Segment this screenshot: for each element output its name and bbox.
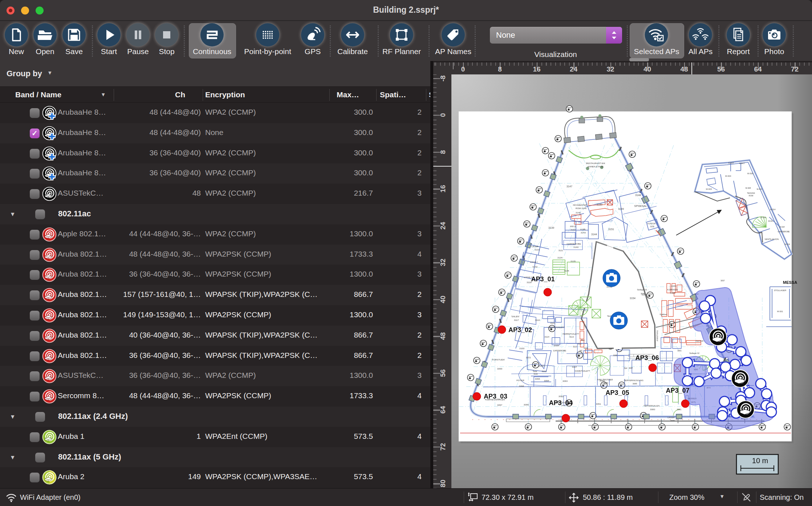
svg-text:TEATERSALEN: TEATERSALEN bbox=[643, 404, 659, 407]
svg-text:Stollager 02: Stollager 02 bbox=[689, 352, 699, 354]
svg-text:3049: 3049 bbox=[641, 293, 645, 295]
svg-text:10 m: 10 m bbox=[752, 457, 768, 465]
svg-text:GARDEROBE: GARDEROBE bbox=[567, 242, 581, 245]
svg-text:3111: 3111 bbox=[578, 343, 582, 345]
svg-text:DAMETOALETT: DAMETOALETT bbox=[575, 370, 590, 372]
svg-text:AP3_03: AP3_03 bbox=[484, 393, 507, 400]
svg-text:3144: 3144 bbox=[591, 233, 597, 236]
svg-text:ANRETNING: ANRETNING bbox=[656, 330, 658, 342]
svg-text:3100: 3100 bbox=[519, 347, 524, 350]
svg-text:3110: 3110 bbox=[573, 346, 577, 348]
svg-text:MESSA: MESSA bbox=[783, 280, 797, 285]
svg-text:Tavle: Tavle bbox=[533, 370, 537, 372]
svg-text:3057: 3057 bbox=[720, 279, 725, 282]
svg-text:VENTILASJON: VENTILASJON bbox=[765, 238, 779, 240]
svg-text:AP3_02: AP3_02 bbox=[508, 326, 532, 334]
svg-text:3088: 3088 bbox=[613, 354, 617, 356]
svg-text:'FORSTUEN': 'FORSTUEN' bbox=[492, 358, 505, 361]
svg-text:AP3_05: AP3_05 bbox=[605, 389, 629, 396]
svg-text:ROM 3146: ROM 3146 bbox=[576, 207, 586, 209]
svg-text:M-308: M-308 bbox=[746, 187, 751, 189]
svg-text:RESTAURANT EIK: RESTAURANT EIK bbox=[586, 162, 605, 164]
svg-text:3080: 3080 bbox=[670, 420, 675, 422]
svg-text:3155: 3155 bbox=[650, 225, 654, 228]
svg-text:3121: 3121 bbox=[559, 249, 563, 252]
svg-text:DUSJ: DUSJ bbox=[768, 220, 773, 222]
svg-text:M-303: M-303 bbox=[706, 188, 712, 190]
svg-text:3081: 3081 bbox=[677, 408, 682, 411]
svg-text:M-310: M-310 bbox=[757, 188, 762, 190]
svg-text:3095: 3095 bbox=[535, 378, 540, 380]
svg-text:KONTOR: KONTOR bbox=[647, 223, 655, 225]
svg-text:HOVMESTER: HOVMESTER bbox=[573, 204, 587, 206]
svg-text:3139: 3139 bbox=[548, 226, 554, 229]
svg-text:3105: 3105 bbox=[554, 344, 559, 347]
svg-text:Oppvask: Oppvask bbox=[695, 340, 704, 342]
svg-text:3148: 3148 bbox=[635, 193, 641, 197]
svg-text:AP3_06: AP3_06 bbox=[635, 354, 659, 362]
svg-text:Kjel: Kjel bbox=[624, 367, 628, 369]
svg-text:M-309: M-309 bbox=[747, 172, 753, 175]
svg-text:LAGER: LAGER bbox=[667, 416, 674, 419]
svg-text:3116: 3116 bbox=[535, 319, 540, 321]
svg-text:3112: 3112 bbox=[581, 339, 585, 341]
svg-text:3117: 3117 bbox=[514, 319, 519, 321]
svg-text:ROM: ROM bbox=[749, 195, 753, 197]
svg-text:SJAKT: SJAKT bbox=[728, 162, 734, 164]
svg-text:3143: 3143 bbox=[581, 231, 586, 234]
svg-text:3102: 3102 bbox=[533, 373, 538, 375]
svg-text:TEKNISK: TEKNISK bbox=[747, 192, 755, 194]
svg-text:'SALEN': 'SALEN' bbox=[511, 315, 520, 318]
svg-text:HERRETOALETT: HERRETOALETT bbox=[548, 326, 565, 329]
svg-text:3083: 3083 bbox=[650, 408, 655, 411]
svg-text:M-318: M-318 bbox=[779, 226, 785, 228]
svg-text:SJAKT: SJAKT bbox=[539, 365, 545, 367]
svg-text:3096: 3096 bbox=[524, 403, 529, 406]
svg-text:3103: 3103 bbox=[542, 370, 547, 372]
svg-text:3132: 3132 bbox=[532, 265, 537, 268]
svg-text:SPISESAL: SPISESAL bbox=[634, 204, 647, 208]
svg-text:SERVERINGSGANG: SERVERINGSGANG bbox=[624, 379, 643, 381]
svg-text:3098: 3098 bbox=[519, 385, 524, 387]
svg-text:3151: 3151 bbox=[608, 228, 614, 231]
svg-text:3140: 3140 bbox=[573, 246, 578, 248]
svg-text:3150: 3150 bbox=[597, 203, 602, 206]
svg-text:3097: 3097 bbox=[497, 404, 502, 406]
svg-text:M-313: M-313 bbox=[761, 216, 766, 219]
svg-text:AP3_01: AP3_01 bbox=[531, 276, 555, 283]
svg-text:M-319: M-319 bbox=[785, 243, 790, 245]
svg-text:3145: 3145 bbox=[576, 211, 581, 214]
svg-text:3108: 3108 bbox=[584, 347, 588, 349]
svg-text:FIRE ÅRSTIDER: FIRE ÅRSTIDER bbox=[597, 379, 613, 381]
svg-text:STOLLAGER: STOLLAGER bbox=[774, 289, 786, 291]
svg-text:3134: 3134 bbox=[557, 256, 563, 259]
svg-text:LAGER: LAGER bbox=[531, 245, 538, 248]
svg-text:3154: 3154 bbox=[630, 297, 636, 300]
svg-text:FRYS: FRYS bbox=[570, 225, 576, 228]
svg-text:3147: 3147 bbox=[567, 185, 572, 188]
svg-text:KJØKKEN: KJØKKEN bbox=[667, 288, 678, 291]
svg-text:AP3_07: AP3_07 bbox=[666, 387, 689, 394]
svg-text:KJØL: KJØL bbox=[580, 228, 586, 230]
svg-text:3149: 3149 bbox=[618, 207, 624, 211]
svg-text:3091: 3091 bbox=[596, 403, 601, 405]
svg-text:3061: 3061 bbox=[677, 350, 682, 352]
svg-text:GARDEROBE: GARDEROBE bbox=[778, 230, 790, 233]
svg-text:3107: 3107 bbox=[572, 366, 577, 368]
svg-text:M-314: M-314 bbox=[770, 208, 776, 211]
svg-text:ANNEN.ETAGE: ANNEN.ETAGE bbox=[588, 165, 604, 168]
svg-text:3085: 3085 bbox=[633, 383, 637, 385]
svg-text:3136: 3136 bbox=[564, 269, 569, 272]
svg-text:3142: 3142 bbox=[571, 228, 576, 231]
svg-text:M-301: M-301 bbox=[777, 310, 783, 313]
svg-text:HERRETOALETT: HERRETOALETT bbox=[563, 333, 579, 335]
svg-text:3113: 3113 bbox=[569, 336, 574, 338]
svg-text:3101: 3101 bbox=[526, 356, 531, 359]
svg-text:SJAKT: SJAKT bbox=[739, 162, 745, 164]
svg-text:3115: 3115 bbox=[550, 322, 555, 324]
svg-text:M-304: M-304 bbox=[725, 175, 731, 177]
svg-text:3165: 3165 bbox=[671, 285, 676, 287]
svg-text:3093: 3093 bbox=[563, 380, 568, 382]
svg-text:GARDEROBE: GARDEROBE bbox=[553, 350, 567, 352]
svg-text:Stollager 01: Stollager 01 bbox=[637, 289, 647, 291]
